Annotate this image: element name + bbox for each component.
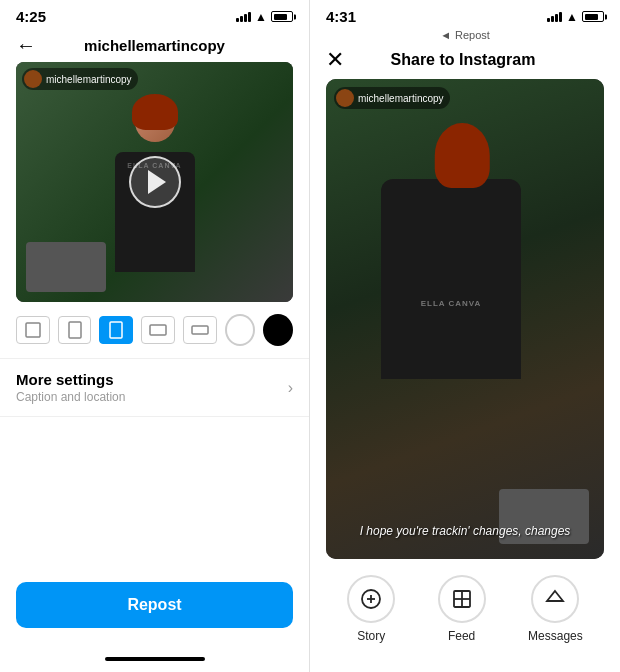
play-icon bbox=[148, 170, 166, 194]
status-bar-right: 4:31 ▲ bbox=[310, 0, 620, 29]
svg-marker-11 bbox=[547, 591, 563, 601]
chevron-right-icon: › bbox=[288, 379, 293, 397]
color-circle-filled[interactable] bbox=[263, 314, 293, 346]
share-story[interactable]: Story bbox=[347, 575, 395, 643]
status-icons-left: ▲ bbox=[236, 10, 293, 24]
nav-bar-right: ✕ Share to Instagram bbox=[310, 43, 620, 79]
video-user-badge-left: michellemartincopy bbox=[22, 68, 138, 90]
signal-icon-right bbox=[547, 12, 562, 22]
home-bar-left bbox=[105, 657, 205, 661]
more-settings-text: More settings Caption and location bbox=[16, 371, 125, 404]
avatar-left bbox=[24, 70, 42, 88]
svg-rect-1 bbox=[69, 322, 81, 338]
share-options: Story Feed Messages bbox=[310, 559, 620, 653]
nav-bar-left: ← michellemartincopy bbox=[0, 29, 309, 62]
svg-rect-0 bbox=[26, 323, 40, 337]
format-wide[interactable] bbox=[183, 316, 217, 344]
repost-button[interactable]: Repost bbox=[16, 582, 293, 628]
svg-rect-2 bbox=[110, 322, 122, 338]
video-thumbnail-left: michellemartincopy ELLA CANVA bbox=[16, 62, 293, 302]
caption-text: I hope you're trackin' changes, changes bbox=[360, 524, 571, 538]
color-circle-empty[interactable] bbox=[225, 314, 255, 346]
repost-label: Repost bbox=[455, 29, 490, 41]
laptop-left bbox=[26, 242, 106, 292]
profile-username: michellemartincopy bbox=[84, 37, 225, 54]
home-indicator-left bbox=[0, 652, 309, 672]
format-square[interactable] bbox=[16, 316, 50, 344]
right-panel: 4:31 ▲ ◄ Repost ✕ Share to Instagram bbox=[310, 0, 620, 672]
person-body-right: ELLA CANVA bbox=[381, 179, 521, 379]
shirt-text: ELLA CANVA bbox=[421, 299, 482, 308]
more-settings-title: More settings bbox=[16, 371, 125, 388]
repost-button-container: Repost bbox=[0, 570, 309, 652]
story-icon bbox=[347, 575, 395, 623]
format-landscape[interactable] bbox=[141, 316, 175, 344]
repost-indicator: ◄ Repost bbox=[310, 29, 620, 43]
back-button[interactable]: ← bbox=[16, 34, 36, 57]
svg-rect-4 bbox=[192, 326, 208, 334]
video-username-left: michellemartincopy bbox=[46, 74, 132, 85]
wifi-icon-right: ▲ bbox=[566, 10, 578, 24]
feed-icon bbox=[438, 575, 486, 623]
play-button[interactable] bbox=[129, 156, 181, 208]
person-right-container: ELLA CANVA bbox=[326, 79, 604, 559]
video-bg-right: michellemartincopy ELLA CANVA I hope you… bbox=[326, 79, 604, 559]
story-label: Story bbox=[357, 629, 385, 643]
feed-label: Feed bbox=[448, 629, 475, 643]
time-right: 4:31 bbox=[326, 8, 356, 25]
share-messages[interactable]: Messages bbox=[528, 575, 583, 643]
format-bar bbox=[0, 302, 309, 358]
left-panel: 4:25 ▲ ← michellemartincopy michellemart… bbox=[0, 0, 310, 672]
close-button[interactable]: ✕ bbox=[326, 49, 344, 71]
video-container-right[interactable]: michellemartincopy ELLA CANVA I hope you… bbox=[326, 79, 604, 559]
messages-icon bbox=[531, 575, 579, 623]
more-settings[interactable]: More settings Caption and location › bbox=[0, 358, 309, 417]
format-portrait-large[interactable] bbox=[99, 316, 133, 344]
repost-back-icon: ◄ bbox=[440, 29, 451, 41]
status-bar-left: 4:25 ▲ bbox=[0, 0, 309, 29]
battery-icon-left bbox=[271, 11, 293, 22]
more-settings-subtitle: Caption and location bbox=[16, 390, 125, 404]
battery-icon-right bbox=[582, 11, 604, 22]
wifi-icon-left: ▲ bbox=[255, 10, 267, 24]
messages-label: Messages bbox=[528, 629, 583, 643]
time-left: 4:25 bbox=[16, 8, 46, 25]
caption-overlay: I hope you're trackin' changes, changes bbox=[326, 521, 604, 539]
signal-icon-left bbox=[236, 12, 251, 22]
svg-rect-3 bbox=[150, 325, 166, 335]
video-container-left[interactable]: michellemartincopy ELLA CANVA bbox=[16, 62, 293, 302]
share-feed[interactable]: Feed bbox=[438, 575, 486, 643]
person-hair-right bbox=[435, 123, 490, 188]
format-portrait-small[interactable] bbox=[58, 316, 92, 344]
status-icons-right: ▲ bbox=[547, 10, 604, 24]
share-title: Share to Instagram bbox=[344, 51, 582, 69]
